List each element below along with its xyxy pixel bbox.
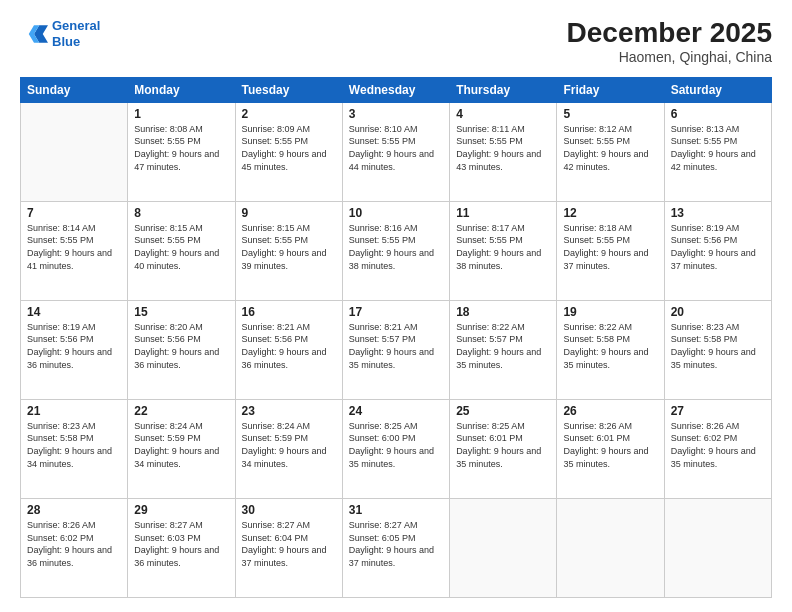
cell-1-2: 1Sunrise: 8:08 AMSunset: 5:55 PMDaylight… bbox=[128, 102, 235, 201]
calendar-subtitle: Haomen, Qinghai, China bbox=[567, 49, 772, 65]
cell-info: Sunrise: 8:13 AMSunset: 5:55 PMDaylight:… bbox=[671, 123, 765, 173]
cell-1-3: 2Sunrise: 8:09 AMSunset: 5:55 PMDaylight… bbox=[235, 102, 342, 201]
header-thursday: Thursday bbox=[450, 77, 557, 102]
cell-4-7: 27Sunrise: 8:26 AMSunset: 6:02 PMDayligh… bbox=[664, 399, 771, 498]
cell-5-7 bbox=[664, 498, 771, 597]
cell-info: Sunrise: 8:25 AMSunset: 6:01 PMDaylight:… bbox=[456, 420, 550, 470]
cell-2-4: 10Sunrise: 8:16 AMSunset: 5:55 PMDayligh… bbox=[342, 201, 449, 300]
cell-5-3: 30Sunrise: 8:27 AMSunset: 6:04 PMDayligh… bbox=[235, 498, 342, 597]
cell-3-7: 20Sunrise: 8:23 AMSunset: 5:58 PMDayligh… bbox=[664, 300, 771, 399]
day-number: 18 bbox=[456, 305, 550, 319]
cell-info: Sunrise: 8:17 AMSunset: 5:55 PMDaylight:… bbox=[456, 222, 550, 272]
logo-line2: Blue bbox=[52, 34, 80, 49]
cell-3-2: 15Sunrise: 8:20 AMSunset: 5:56 PMDayligh… bbox=[128, 300, 235, 399]
day-number: 21 bbox=[27, 404, 121, 418]
day-number: 30 bbox=[242, 503, 336, 517]
cell-3-5: 18Sunrise: 8:22 AMSunset: 5:57 PMDayligh… bbox=[450, 300, 557, 399]
cell-info: Sunrise: 8:14 AMSunset: 5:55 PMDaylight:… bbox=[27, 222, 121, 272]
day-number: 7 bbox=[27, 206, 121, 220]
cell-info: Sunrise: 8:26 AMSunset: 6:02 PMDaylight:… bbox=[671, 420, 765, 470]
logo-line1: General bbox=[52, 18, 100, 33]
cell-4-5: 25Sunrise: 8:25 AMSunset: 6:01 PMDayligh… bbox=[450, 399, 557, 498]
cell-info: Sunrise: 8:22 AMSunset: 5:57 PMDaylight:… bbox=[456, 321, 550, 371]
cell-5-6 bbox=[557, 498, 664, 597]
header-saturday: Saturday bbox=[664, 77, 771, 102]
week-row-3: 14Sunrise: 8:19 AMSunset: 5:56 PMDayligh… bbox=[21, 300, 772, 399]
cell-4-3: 23Sunrise: 8:24 AMSunset: 5:59 PMDayligh… bbox=[235, 399, 342, 498]
cell-info: Sunrise: 8:26 AMSunset: 6:02 PMDaylight:… bbox=[27, 519, 121, 569]
day-number: 15 bbox=[134, 305, 228, 319]
cell-2-2: 8Sunrise: 8:15 AMSunset: 5:55 PMDaylight… bbox=[128, 201, 235, 300]
cell-info: Sunrise: 8:10 AMSunset: 5:55 PMDaylight:… bbox=[349, 123, 443, 173]
day-number: 29 bbox=[134, 503, 228, 517]
cell-info: Sunrise: 8:15 AMSunset: 5:55 PMDaylight:… bbox=[242, 222, 336, 272]
cell-info: Sunrise: 8:24 AMSunset: 5:59 PMDaylight:… bbox=[134, 420, 228, 470]
header-sunday: Sunday bbox=[21, 77, 128, 102]
day-number: 10 bbox=[349, 206, 443, 220]
day-number: 2 bbox=[242, 107, 336, 121]
cell-info: Sunrise: 8:26 AMSunset: 6:01 PMDaylight:… bbox=[563, 420, 657, 470]
cell-1-6: 5Sunrise: 8:12 AMSunset: 5:55 PMDaylight… bbox=[557, 102, 664, 201]
cell-info: Sunrise: 8:27 AMSunset: 6:05 PMDaylight:… bbox=[349, 519, 443, 569]
page: General Blue December 2025 Haomen, Qingh… bbox=[0, 0, 792, 612]
cell-1-7: 6Sunrise: 8:13 AMSunset: 5:55 PMDaylight… bbox=[664, 102, 771, 201]
cell-2-6: 12Sunrise: 8:18 AMSunset: 5:55 PMDayligh… bbox=[557, 201, 664, 300]
cell-3-3: 16Sunrise: 8:21 AMSunset: 5:56 PMDayligh… bbox=[235, 300, 342, 399]
day-number: 13 bbox=[671, 206, 765, 220]
title-block: December 2025 Haomen, Qinghai, China bbox=[567, 18, 772, 65]
cell-info: Sunrise: 8:19 AMSunset: 5:56 PMDaylight:… bbox=[671, 222, 765, 272]
day-number: 14 bbox=[27, 305, 121, 319]
day-number: 5 bbox=[563, 107, 657, 121]
cell-5-5 bbox=[450, 498, 557, 597]
cell-2-7: 13Sunrise: 8:19 AMSunset: 5:56 PMDayligh… bbox=[664, 201, 771, 300]
calendar-title: December 2025 bbox=[567, 18, 772, 49]
header-friday: Friday bbox=[557, 77, 664, 102]
cell-info: Sunrise: 8:12 AMSunset: 5:55 PMDaylight:… bbox=[563, 123, 657, 173]
cell-3-4: 17Sunrise: 8:21 AMSunset: 5:57 PMDayligh… bbox=[342, 300, 449, 399]
header-wednesday: Wednesday bbox=[342, 77, 449, 102]
cell-4-1: 21Sunrise: 8:23 AMSunset: 5:58 PMDayligh… bbox=[21, 399, 128, 498]
calendar-table: Sunday Monday Tuesday Wednesday Thursday… bbox=[20, 77, 772, 598]
logo-text: General Blue bbox=[52, 18, 100, 49]
cell-3-6: 19Sunrise: 8:22 AMSunset: 5:58 PMDayligh… bbox=[557, 300, 664, 399]
week-row-5: 28Sunrise: 8:26 AMSunset: 6:02 PMDayligh… bbox=[21, 498, 772, 597]
cell-1-1 bbox=[21, 102, 128, 201]
cell-info: Sunrise: 8:08 AMSunset: 5:55 PMDaylight:… bbox=[134, 123, 228, 173]
day-number: 9 bbox=[242, 206, 336, 220]
day-number: 26 bbox=[563, 404, 657, 418]
day-number: 17 bbox=[349, 305, 443, 319]
day-number: 31 bbox=[349, 503, 443, 517]
cell-2-3: 9Sunrise: 8:15 AMSunset: 5:55 PMDaylight… bbox=[235, 201, 342, 300]
day-number: 1 bbox=[134, 107, 228, 121]
day-number: 11 bbox=[456, 206, 550, 220]
cell-info: Sunrise: 8:15 AMSunset: 5:55 PMDaylight:… bbox=[134, 222, 228, 272]
cell-5-2: 29Sunrise: 8:27 AMSunset: 6:03 PMDayligh… bbox=[128, 498, 235, 597]
cell-info: Sunrise: 8:23 AMSunset: 5:58 PMDaylight:… bbox=[671, 321, 765, 371]
day-number: 22 bbox=[134, 404, 228, 418]
cell-4-6: 26Sunrise: 8:26 AMSunset: 6:01 PMDayligh… bbox=[557, 399, 664, 498]
cell-info: Sunrise: 8:16 AMSunset: 5:55 PMDaylight:… bbox=[349, 222, 443, 272]
cell-2-5: 11Sunrise: 8:17 AMSunset: 5:55 PMDayligh… bbox=[450, 201, 557, 300]
day-number: 8 bbox=[134, 206, 228, 220]
cell-1-4: 3Sunrise: 8:10 AMSunset: 5:55 PMDaylight… bbox=[342, 102, 449, 201]
day-number: 24 bbox=[349, 404, 443, 418]
header-tuesday: Tuesday bbox=[235, 77, 342, 102]
header: General Blue December 2025 Haomen, Qingh… bbox=[20, 18, 772, 65]
cell-5-4: 31Sunrise: 8:27 AMSunset: 6:05 PMDayligh… bbox=[342, 498, 449, 597]
cell-info: Sunrise: 8:20 AMSunset: 5:56 PMDaylight:… bbox=[134, 321, 228, 371]
day-number: 4 bbox=[456, 107, 550, 121]
cell-info: Sunrise: 8:25 AMSunset: 6:00 PMDaylight:… bbox=[349, 420, 443, 470]
cell-info: Sunrise: 8:22 AMSunset: 5:58 PMDaylight:… bbox=[563, 321, 657, 371]
day-number: 25 bbox=[456, 404, 550, 418]
day-number: 20 bbox=[671, 305, 765, 319]
cell-info: Sunrise: 8:23 AMSunset: 5:58 PMDaylight:… bbox=[27, 420, 121, 470]
day-number: 19 bbox=[563, 305, 657, 319]
cell-info: Sunrise: 8:27 AMSunset: 6:04 PMDaylight:… bbox=[242, 519, 336, 569]
cell-5-1: 28Sunrise: 8:26 AMSunset: 6:02 PMDayligh… bbox=[21, 498, 128, 597]
cell-2-1: 7Sunrise: 8:14 AMSunset: 5:55 PMDaylight… bbox=[21, 201, 128, 300]
logo-icon bbox=[20, 20, 48, 48]
cell-info: Sunrise: 8:27 AMSunset: 6:03 PMDaylight:… bbox=[134, 519, 228, 569]
day-number: 28 bbox=[27, 503, 121, 517]
week-row-1: 1Sunrise: 8:08 AMSunset: 5:55 PMDaylight… bbox=[21, 102, 772, 201]
cell-info: Sunrise: 8:19 AMSunset: 5:56 PMDaylight:… bbox=[27, 321, 121, 371]
